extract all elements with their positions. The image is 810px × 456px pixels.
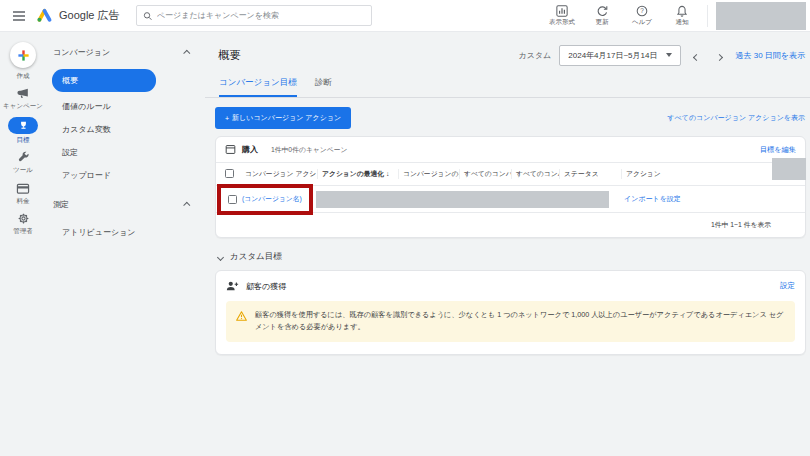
- table-row: (コンバージョン名) インポートを設定: [216, 186, 805, 213]
- acquisition-settings-link[interactable]: 設定: [780, 281, 795, 291]
- column-conversion-action[interactable]: コンバージョン アクション: [241, 169, 317, 179]
- sidenav-section-conversions[interactable]: コンバージョン: [46, 44, 205, 69]
- new-conversion-action-label: 新しいコンバージョン アクション: [232, 113, 341, 123]
- column-all-conversions[interactable]: すべてのコンバージョン: [459, 169, 511, 179]
- chevron-right-icon: [716, 54, 723, 61]
- sidenav-item-attribution[interactable]: アトリビューション: [46, 221, 205, 244]
- sort-descending-icon: ↓: [386, 170, 389, 177]
- svg-text:?: ?: [640, 7, 644, 14]
- logo-text: Google 広告: [59, 8, 120, 23]
- search-input[interactable]: [157, 11, 365, 20]
- date-range-picker[interactable]: 2024年4月17日~5月14日: [559, 45, 681, 66]
- bell-icon: [676, 5, 688, 17]
- help-icon: ?: [636, 5, 648, 17]
- chevron-up-icon: [183, 50, 190, 57]
- column-status[interactable]: ステータス: [559, 169, 621, 179]
- row-checkbox[interactable]: [228, 195, 237, 204]
- topbar-actions: 表示形式 更新 ? ヘルプ 通知: [547, 5, 697, 27]
- set-up-import-link[interactable]: インポートを設定: [624, 194, 681, 204]
- warning-text: 顧客の獲得を使用するには、既存の顧客を識別できるように、少なくとも 1 つのネッ…: [255, 309, 785, 333]
- refresh-label: 更新: [596, 18, 609, 27]
- tab-bar: コンバージョン目標 診断: [205, 69, 810, 98]
- annotation-box: (コンバージョン名): [217, 184, 313, 215]
- google-ads-logo-icon: [36, 8, 53, 23]
- custom-goals-label: カスタム目標: [230, 251, 282, 263]
- page-title: 概要: [218, 48, 241, 63]
- topbar-divider: [707, 5, 708, 27]
- plus-icon: [17, 49, 30, 62]
- rail-item-campaigns[interactable]: キャンペーン: [0, 87, 46, 110]
- pagination-text: 1件中 1~1 件を表示: [711, 220, 771, 230]
- side-navigation: コンバージョン 概要 価値のルール カスタム変数 設定 アップロード 測定 アト…: [46, 32, 205, 455]
- help-label: ヘルプ: [632, 18, 652, 27]
- sidenav-item-uploads[interactable]: アップロード: [46, 164, 205, 187]
- rail-item-billing[interactable]: 料金: [0, 182, 46, 205]
- gear-icon: [17, 212, 30, 225]
- rail-label-campaigns: キャンペーン: [3, 102, 43, 110]
- search-box[interactable]: [136, 5, 372, 26]
- sidenav-item-value-rules[interactable]: 価値のルール: [46, 95, 205, 118]
- sidenav-item-settings[interactable]: 設定: [46, 141, 205, 164]
- search-icon: [143, 11, 152, 21]
- custom-goals-toggle[interactable]: カスタム目標: [218, 251, 810, 263]
- acquisition-warning: 顧客の獲得を使用するには、既存の顧客を識別できるように、少なくとも 1 つのネッ…: [226, 301, 795, 342]
- redacted-account-info: [716, 2, 806, 30]
- megaphone-icon: [16, 87, 30, 100]
- sidenav-item-custom-variables[interactable]: カスタム変数: [46, 118, 205, 141]
- rail-label-create: 作成: [17, 72, 30, 80]
- wrench-icon: [17, 151, 30, 164]
- chart-icon: [556, 5, 568, 17]
- sidenav-section-label: 測定: [53, 199, 69, 210]
- sidenav-section-label: コンバージョン: [53, 47, 110, 58]
- display-format-label: 表示形式: [549, 18, 575, 27]
- tab-conversion-goals[interactable]: コンバージョン目標: [219, 77, 297, 97]
- chevron-left-icon: [693, 54, 700, 61]
- goal-campaign-count: 1件中0件のキャンペーン: [271, 145, 348, 155]
- refresh-icon: [596, 5, 608, 17]
- rail-label-admin: 管理者: [13, 227, 33, 235]
- main-content: 概要 カスタム 2024年4月17日~5月14日 過去 30 日間を表示 コンバ…: [205, 32, 810, 455]
- new-conversion-action-button[interactable]: + 新しいコンバージョン アクション: [215, 107, 351, 129]
- chevron-up-icon: [183, 202, 190, 209]
- display-format-button[interactable]: 表示形式: [547, 5, 577, 27]
- column-conversion-source[interactable]: コンバージョンの発生元: [398, 169, 459, 179]
- help-button[interactable]: ? ヘルプ: [627, 5, 657, 27]
- rail-label-billing: 料金: [17, 197, 30, 205]
- top-app-bar: Google 広告 表示形式 更新 ?: [0, 0, 810, 32]
- rail-item-goals[interactable]: 目標: [0, 117, 46, 144]
- person-add-icon: [226, 280, 239, 292]
- select-all-checkbox[interactable]: [225, 169, 234, 178]
- trophy-icon: [18, 120, 29, 131]
- warning-triangle-icon: [236, 311, 247, 321]
- chevron-down-icon: [217, 253, 224, 260]
- refresh-button[interactable]: 更新: [587, 5, 617, 27]
- google-ads-logo[interactable]: Google 広告: [36, 8, 120, 23]
- goal-window-icon: [225, 144, 236, 155]
- sidenav-section-measurement[interactable]: 測定: [46, 196, 205, 221]
- billing-card-icon: [16, 182, 30, 195]
- edit-goal-link[interactable]: 目標を編集: [760, 145, 796, 155]
- table-header-row: コンバージョン アクション アクションの最適化 ↓ コンバージョンの発生元 すべ…: [216, 162, 805, 186]
- purchase-goal-card: 購入 1件中0件のキャンペーン 目標を編集 コンバージョン アクション アクショ…: [215, 136, 806, 238]
- tab-diagnostics[interactable]: 診断: [315, 77, 332, 97]
- previous-period-button[interactable]: [689, 43, 704, 67]
- rail-item-create[interactable]: 作成: [0, 42, 46, 80]
- acquisition-title: 顧客の獲得: [246, 281, 286, 292]
- notifications-button[interactable]: 通知: [667, 5, 697, 27]
- column-action-optimization[interactable]: アクションの最適化 ↓: [317, 169, 398, 179]
- menu-icon[interactable]: [8, 5, 30, 27]
- plus-icon: +: [225, 115, 229, 122]
- date-mode-label: カスタム: [519, 50, 552, 61]
- caret-down-icon: [666, 53, 672, 57]
- goal-title: 購入: [242, 144, 258, 155]
- column-all-conversion-value[interactable]: すべてのコンバージョン値: [511, 169, 559, 179]
- rail-item-tools[interactable]: ツール: [0, 151, 46, 174]
- navigation-rail: 作成 キャンペーン 目標 ツール: [0, 32, 46, 455]
- show-last-30-days-link[interactable]: 過去 30 日間を表示: [735, 50, 805, 61]
- rail-item-admin[interactable]: 管理者: [0, 212, 46, 235]
- sidenav-item-overview[interactable]: 概要: [52, 69, 156, 92]
- view-all-conversion-actions-link[interactable]: すべてのコンバージョン アクションを表示: [667, 113, 805, 123]
- date-range-value: 2024年4月17日~5月14日: [568, 50, 657, 61]
- next-period-button[interactable]: [712, 43, 727, 67]
- conversion-name-link[interactable]: (コンバージョン名): [242, 194, 302, 204]
